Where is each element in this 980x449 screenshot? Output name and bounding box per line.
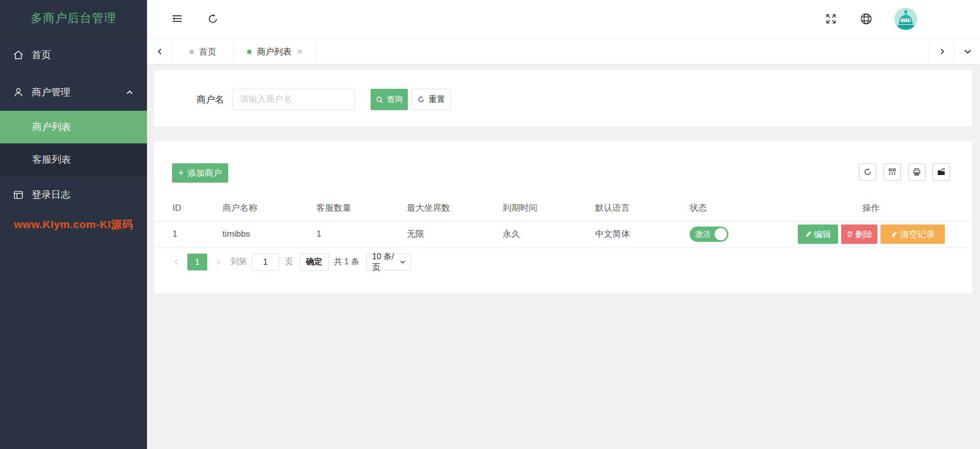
tab-dot-icon bbox=[247, 49, 252, 54]
page-size-select[interactable]: 10 条/页 bbox=[366, 254, 411, 270]
sidebar-item-label: 登录日志 bbox=[32, 188, 70, 202]
tabbar: 首页 商户列表 × bbox=[147, 39, 980, 65]
sidebar-item-login-log[interactable]: 登录日志 bbox=[0, 176, 147, 213]
tabbar-spacer bbox=[316, 39, 929, 64]
merchant-name-label: 商户名 bbox=[197, 89, 224, 110]
sidebar-item-label: 商户管理 bbox=[32, 86, 70, 99]
collapse-menu-icon[interactable] bbox=[170, 12, 184, 26]
delete-button-label: 删除 bbox=[855, 229, 873, 240]
delete-button[interactable]: 删除 bbox=[841, 224, 877, 244]
column-header-max-seats: 最大坐席数 bbox=[407, 199, 450, 221]
sidebar-item-home[interactable]: 首页 bbox=[0, 36, 147, 73]
columns-icon[interactable] bbox=[884, 163, 901, 181]
reset-button-label: 重置 bbox=[429, 94, 445, 105]
cell-agents: 1 bbox=[316, 221, 321, 247]
table-toolbar bbox=[859, 163, 950, 181]
cell-expire: 永久 bbox=[503, 221, 520, 247]
column-header-expire: 到期时间 bbox=[503, 199, 537, 221]
sidebar-item-service-list[interactable]: 客服列表 bbox=[0, 143, 147, 176]
tab-home[interactable]: 首页 bbox=[173, 39, 234, 64]
sidebar-item-merchant-management[interactable]: 商户管理 bbox=[0, 73, 147, 111]
reset-button[interactable]: 重置 bbox=[411, 89, 451, 110]
edit-button-label: 编辑 bbox=[814, 229, 831, 240]
header-divider bbox=[154, 221, 972, 221]
query-button[interactable]: 查询 bbox=[371, 89, 408, 110]
cell-max-seats: 无限 bbox=[407, 221, 424, 247]
merchant-name-input[interactable] bbox=[232, 89, 355, 110]
column-header-language: 默认语言 bbox=[595, 199, 630, 221]
column-header-status: 状态 bbox=[690, 199, 707, 221]
column-header-actions: 操作 bbox=[798, 199, 944, 221]
sidebar: 多商户后台管理 首页 商户管理 商户列表 客服列表 登录日志 www.KIym.… bbox=[0, 0, 147, 449]
add-merchant-button[interactable]: + 添加商户 bbox=[172, 163, 228, 183]
page-prev-button[interactable] bbox=[169, 254, 183, 270]
home-icon bbox=[13, 49, 24, 61]
tabs-scroll-left-button[interactable] bbox=[147, 39, 173, 64]
refresh-icon[interactable] bbox=[859, 163, 876, 181]
log-icon bbox=[13, 189, 24, 201]
tabs-menu-button[interactable] bbox=[954, 39, 980, 64]
fullscreen-icon[interactable] bbox=[824, 12, 838, 26]
table-card: + 添加商户 ID 商户名称 客服数量 最大坐席数 到期时间 默认语言 状态 操… bbox=[154, 141, 972, 293]
column-header-agents: 客服数量 bbox=[316, 199, 351, 221]
cell-name: timibbs bbox=[223, 221, 250, 247]
row-actions: 编辑 删除 清空记录 bbox=[798, 224, 945, 244]
page-number-current[interactable]: 1 bbox=[187, 254, 207, 270]
column-header-id: ID bbox=[173, 199, 181, 221]
watermark-text: www.KIym.com-KI源码 bbox=[0, 217, 147, 232]
cell-id: 1 bbox=[173, 221, 177, 247]
page-size-value: 10 条/页 bbox=[372, 252, 400, 273]
user-icon bbox=[13, 87, 24, 98]
avatar[interactable] bbox=[894, 8, 917, 31]
cell-language: 中文简体 bbox=[595, 221, 630, 247]
app-title: 多商户后台管理 bbox=[0, 0, 147, 36]
search-card: 商户名 查询 重置 bbox=[154, 70, 972, 127]
page-number-input[interactable] bbox=[252, 254, 279, 270]
column-header-name: 商户名称 bbox=[223, 199, 257, 221]
status-toggle-knob bbox=[715, 228, 727, 240]
sidebar-item-label: 首页 bbox=[32, 48, 51, 62]
close-icon[interactable]: × bbox=[297, 46, 303, 57]
print-icon[interactable] bbox=[908, 163, 925, 181]
goto-page-label: 到第 bbox=[231, 254, 247, 270]
sidebar-item-merchant-list[interactable]: 商户列表 bbox=[0, 111, 147, 143]
tab-dot-icon bbox=[189, 49, 194, 54]
total-count-label: 共 1 条 bbox=[334, 254, 359, 270]
export-icon[interactable] bbox=[933, 163, 950, 181]
clear-records-label: 清空记录 bbox=[900, 229, 935, 240]
page-unit-label: 页 bbox=[285, 254, 293, 270]
refresh-icon[interactable] bbox=[206, 12, 220, 26]
merchant-submenu: 商户列表 客服列表 bbox=[0, 111, 147, 176]
pagination: 1 到第 页 确定 共 1 条 10 条/页 bbox=[154, 254, 972, 270]
tab-label: 商户列表 bbox=[257, 46, 291, 58]
page-next-button[interactable] bbox=[211, 254, 225, 270]
status-toggle[interactable]: 激活 bbox=[690, 227, 728, 242]
query-button-label: 查询 bbox=[387, 94, 403, 105]
tabs-scroll-right-button[interactable] bbox=[929, 39, 954, 64]
globe-icon[interactable] bbox=[859, 12, 873, 26]
status-toggle-label: 激活 bbox=[695, 227, 710, 242]
confirm-page-button[interactable]: 确定 bbox=[300, 254, 329, 270]
plus-icon: + bbox=[178, 167, 184, 179]
chevron-up-icon bbox=[126, 88, 134, 96]
topbar bbox=[147, 0, 980, 38]
main-area: 首页 商户列表 × 商户名 查询 重置 + 添加商户 bbox=[147, 0, 980, 449]
tab-label: 首页 bbox=[199, 46, 216, 58]
tab-merchant-list[interactable]: 商户列表 × bbox=[234, 39, 316, 64]
clear-records-button[interactable]: 清空记录 bbox=[880, 224, 945, 244]
row-divider bbox=[154, 247, 972, 248]
add-merchant-label: 添加商户 bbox=[187, 167, 222, 179]
edit-button[interactable]: 编辑 bbox=[798, 224, 838, 244]
